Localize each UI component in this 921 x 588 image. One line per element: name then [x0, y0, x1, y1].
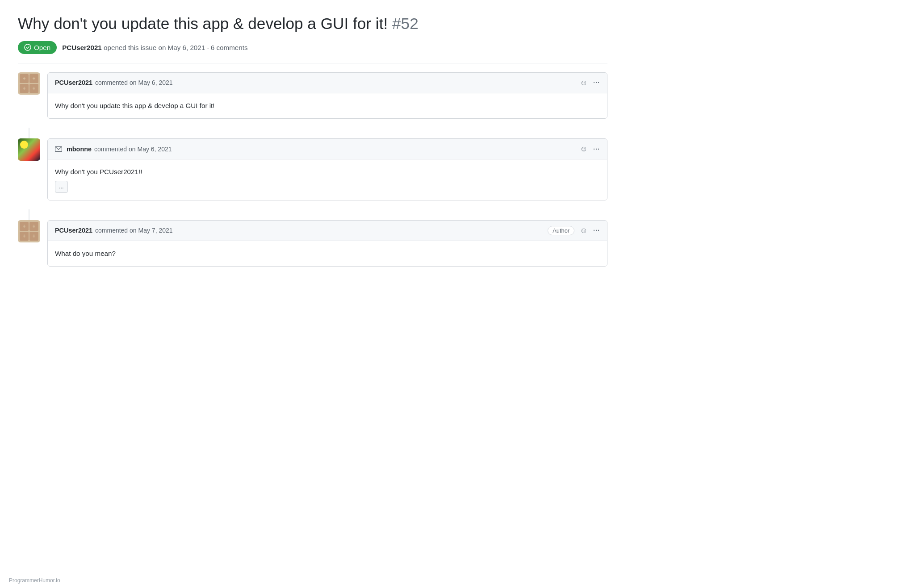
- issue-title: Why don't you update this app & develop …: [18, 13, 607, 34]
- puzzle-piece-4: [29, 84, 38, 93]
- issue-title-text: Why don't you update this app & develop …: [18, 15, 388, 32]
- avatar-pcuser2021-3: [18, 220, 40, 242]
- comment-header-2: mbonne commented on May 6, 2021 ☺ ···: [48, 139, 607, 159]
- comment-header-right-3: Author ☺ ···: [548, 225, 600, 236]
- comment-wrapper-3: PCUser2021 commented on May 7, 2021 Auth…: [18, 220, 607, 267]
- comment-author-3: PCUser2021: [55, 227, 92, 234]
- comment-header-left-2: mbonne commented on May 6, 2021: [55, 146, 172, 153]
- puzzle-piece-8: [29, 232, 38, 241]
- header-divider: [18, 63, 607, 63]
- comment-box-1: PCUser2021 commented on May 6, 2021 ☺ ··…: [47, 72, 607, 119]
- ellipsis-bubble[interactable]: ...: [55, 181, 68, 192]
- comment-date-2: commented on May 6, 2021: [94, 146, 172, 153]
- connector-line-2: [29, 209, 29, 220]
- comments-section: PCUser2021 commented on May 6, 2021 ☺ ··…: [18, 72, 607, 275]
- issue-comments-count: 6 comments: [211, 44, 248, 51]
- emoji-button-1[interactable]: ☺: [579, 77, 589, 88]
- comment-header-left-1: PCUser2021 commented on May 6, 2021: [55, 79, 173, 86]
- puzzle-piece-6: [29, 222, 38, 231]
- puzzle-piece-5: [20, 222, 29, 231]
- comment-header-right-2: ☺ ···: [579, 143, 600, 154]
- comment-author-2: mbonne: [67, 146, 92, 153]
- puzzle-piece-1: [20, 74, 29, 83]
- comment-text-2: Why don't you PCUser2021!!: [55, 167, 600, 177]
- issue-meta: Open PCUser2021 opened this issue on May…: [18, 41, 607, 54]
- comment-wrapper-1: PCUser2021 commented on May 6, 2021 ☺ ··…: [18, 72, 607, 119]
- comment-header-1: PCUser2021 commented on May 6, 2021 ☺ ··…: [48, 73, 607, 93]
- comment-wrapper-2: mbonne commented on May 6, 2021 ☺ ··· Wh…: [18, 138, 607, 200]
- emoji-button-2[interactable]: ☺: [579, 143, 589, 154]
- mail-icon: [55, 146, 62, 152]
- open-badge-label: Open: [34, 44, 50, 51]
- open-circle-icon: [24, 44, 31, 51]
- author-badge: Author: [548, 226, 574, 235]
- connector-line-1: [29, 128, 29, 138]
- issue-opened-text: opened this issue on May 6, 2021: [104, 44, 205, 51]
- comment-date-3: commented on May 7, 2021: [95, 227, 173, 234]
- comment-body-1: Why don't you update this app & develop …: [48, 93, 607, 118]
- avatar-mbonne: [18, 138, 40, 161]
- comment-header-right-1: ☺ ···: [579, 77, 600, 88]
- comment-text-1: Why don't you update this app & develop …: [55, 102, 214, 109]
- svg-point-0: [25, 44, 31, 50]
- comment-header-left-3: PCUser2021 commented on May 7, 2021: [55, 227, 173, 234]
- more-button-1[interactable]: ···: [593, 79, 600, 86]
- emoji-button-3[interactable]: ☺: [579, 225, 589, 236]
- comment-text-3: What do you mean?: [55, 250, 116, 257]
- comment-body-2: Why don't you PCUser2021!! ...: [48, 159, 607, 200]
- puzzle-piece-3: [20, 84, 29, 93]
- issue-meta-text: PCUser2021 opened this issue on May 6, 2…: [62, 44, 247, 51]
- puzzle-piece-7: [20, 232, 29, 241]
- comment-box-2: mbonne commented on May 6, 2021 ☺ ··· Wh…: [47, 138, 607, 200]
- comment-date-1: commented on May 6, 2021: [95, 79, 173, 86]
- issue-number: #52: [392, 15, 419, 32]
- more-button-2[interactable]: ···: [593, 146, 600, 153]
- more-button-3[interactable]: ···: [593, 227, 600, 234]
- puzzle-piece-2: [29, 74, 38, 83]
- avatar-pcuser2021-1: [18, 72, 40, 95]
- comment-body-3: What do you mean?: [48, 241, 607, 266]
- comment-box-3: PCUser2021 commented on May 7, 2021 Auth…: [47, 220, 607, 267]
- open-badge: Open: [18, 41, 57, 54]
- comment-author-1: PCUser2021: [55, 79, 92, 86]
- comment-header-3: PCUser2021 commented on May 7, 2021 Auth…: [48, 221, 607, 241]
- issue-author: PCUser2021: [62, 44, 102, 51]
